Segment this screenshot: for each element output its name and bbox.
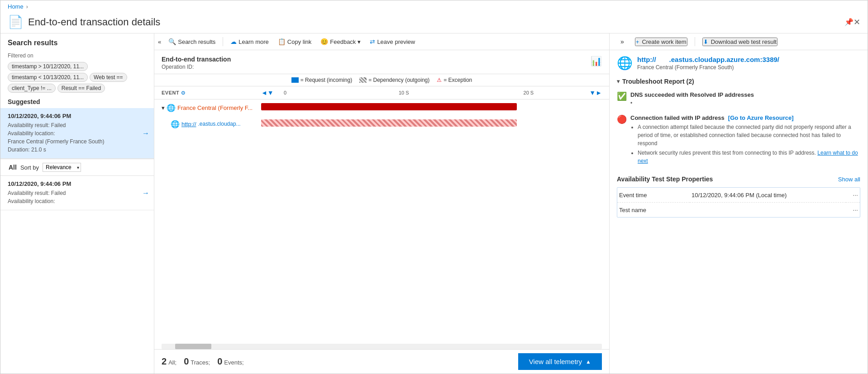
availability-title: Availability Test Step Properties Show a… <box>617 175 860 183</box>
troubleshoot-title[interactable]: ▾ Troubleshoot Report (2) <box>617 78 860 85</box>
collapse-button[interactable]: « <box>156 37 163 47</box>
all-label: All <box>8 164 17 171</box>
show-all-link[interactable]: Show all <box>838 176 860 183</box>
legend-request: = Request (incoming) <box>291 77 352 83</box>
ellipsis-1[interactable]: ··· <box>853 206 858 213</box>
page-icon: 📄 <box>8 14 24 29</box>
prop-table-container: Event time 10/12/2020, 9:44:06 PM (Local… <box>617 187 860 218</box>
chevron-up-icon: ▲ <box>586 359 591 365</box>
learn-more-button[interactable]: ☁ Learn more <box>227 36 272 47</box>
view-all-label: View all telemetry <box>529 358 582 365</box>
feedback-icon: 😊 <box>320 38 328 45</box>
right-toolbar-separator <box>695 37 695 46</box>
legend-request-box <box>291 77 299 83</box>
count-all: 2 All; <box>162 356 176 367</box>
sort-select-wrapper[interactable]: Relevance Date <box>43 163 81 172</box>
filter-chip-0[interactable]: timestamp > 10/12/2020, 11... <box>8 62 88 71</box>
create-work-item-button[interactable]: + Create work item <box>635 38 687 46</box>
time-arrow-right: ► <box>596 89 602 96</box>
bar-1 <box>261 119 517 127</box>
prop-row-0: Event time 10/12/2020, 9:44:06 PM (Local… <box>617 188 860 203</box>
learn-what-link[interactable]: Learn what to do next <box>638 150 858 164</box>
prop-actions-1[interactable]: ··· <box>846 203 860 218</box>
transaction-content: End-to-end transaction Operation ID: 📊 =… <box>154 50 609 374</box>
url-location: France Central (Formerly France South) <box>637 64 779 71</box>
download-web-test-label: Download web test result <box>711 38 777 45</box>
result-time-1: 10/12/2020, 9:44:06 PM <box>8 180 147 187</box>
globe-icon-1: 🌐 <box>171 120 180 128</box>
timeline-row-0: ▾ 🌐 France Central (Formerly F... <box>154 99 609 116</box>
conn-title-text: Connection failed with IP address <box>630 114 725 121</box>
filter-label: Filtered on <box>8 52 147 59</box>
troubleshoot-title-text: Troubleshoot Report (2) <box>622 78 694 85</box>
right-content: 🌐 http:// .eastus.cloudapp.azure.com:338… <box>610 50 868 374</box>
result-detail-0: Availability result: Failed Availability… <box>8 121 147 154</box>
search-results-label: Search results <box>178 38 215 45</box>
prop-actions-0[interactable]: ··· <box>846 188 860 203</box>
search-results-button[interactable]: 🔍 Search results <box>165 36 219 47</box>
prop-val-0: 10/12/2020, 9:44:06 PM (Local time) <box>690 188 846 203</box>
suggested-section-label: Suggested <box>0 95 154 108</box>
home-link[interactable]: Home <box>8 3 24 10</box>
close-button[interactable]: ✕ <box>854 17 860 27</box>
prop-table: Event time 10/12/2020, 9:44:06 PM (Local… <box>617 188 860 217</box>
event-label-0: France Central (Formerly F... <box>177 104 253 111</box>
filter-chip-4[interactable]: Result == Failed <box>57 84 105 93</box>
pin-icon[interactable]: 📌 <box>844 18 854 26</box>
prop-val-1 <box>690 203 846 218</box>
expand-right-button[interactable]: » <box>617 36 628 47</box>
count-traces-label: Traces; <box>191 359 210 366</box>
breadcrumb: Home › <box>0 0 868 13</box>
event-label-sub-1[interactable]: http:// <box>181 121 196 128</box>
time-arrow-left: ◄ <box>261 89 267 96</box>
bottom-bar: 2 All; 0 Traces; 0 Events; View all tele… <box>154 349 609 374</box>
count-all-label: All; <box>168 359 176 366</box>
availability-section: Availability Test Step Properties Show a… <box>617 175 860 218</box>
event-col-header: EVENT ⊙ <box>162 88 261 97</box>
feedback-button[interactable]: 😊 Feedback ▾ <box>317 36 364 47</box>
sort-section: All Sort by Relevance Date <box>0 159 154 176</box>
time-marker-right: ▼ <box>589 89 596 96</box>
filter-chip-1[interactable]: timestamp < 10/13/2020, 11... <box>8 73 88 82</box>
event-sort-icon[interactable]: ⊙ <box>181 90 186 96</box>
leave-preview-button[interactable]: ⇄ Leave preview <box>366 36 419 47</box>
time-col-header: ◄ ▼ 0 10 S 20 S ▼ ► <box>261 88 602 97</box>
expand-icon-0[interactable]: ▾ <box>162 104 165 111</box>
prop-row-1: Test name ··· <box>617 203 860 218</box>
filter-chip-3[interactable]: client_Type != ... <box>8 84 56 93</box>
feedback-chevron: ▾ <box>358 38 361 45</box>
legend-exception-icon: ⚠ <box>437 77 442 83</box>
leave-preview-label: Leave preview <box>377 38 415 45</box>
cloud-icon: ☁ <box>230 38 237 45</box>
view-all-button[interactable]: View all telemetry ▲ <box>518 353 602 370</box>
go-azure-resource-link[interactable]: [Go to Azure Resource] <box>728 114 794 121</box>
globe-icon-0: 🌐 <box>167 104 176 112</box>
copy-link-button[interactable]: 📋 Copy link <box>274 36 315 47</box>
timeline-row-1: 🌐 http:// .eastus.cloudap... <box>154 116 609 132</box>
legend: = Request (incoming) = Dependency (outgo… <box>154 74 609 86</box>
trouble-item-conn: 🔴 Connection failed with IP address [Go … <box>617 113 860 168</box>
url-info: http:// .eastus.cloudapp.azure.com:3389/… <box>637 56 779 71</box>
sort-select[interactable]: Relevance Date <box>43 163 81 172</box>
ellipsis-0[interactable]: ··· <box>853 191 858 199</box>
middle-toolbar: « 🔍 Search results ☁ Learn more 📋 Copy l… <box>154 33 609 50</box>
copy-link-label: Copy link <box>287 38 311 45</box>
transaction-header: End-to-end transaction Operation ID: 📊 <box>154 50 609 74</box>
result-item-1[interactable]: 10/12/2020, 9:44:06 PM Availability resu… <box>0 176 154 210</box>
horizontal-scrollbar[interactable] <box>162 344 602 349</box>
breadcrumb-separator: › <box>26 4 28 10</box>
conn-bullet-0: A connection attempt failed because the … <box>638 123 860 147</box>
bar-cell-1 <box>261 119 602 128</box>
copy-icon: 📋 <box>278 38 286 45</box>
filter-chip-2[interactable]: Web test == <box>90 73 127 82</box>
scrollbar-thumb[interactable] <box>175 344 211 349</box>
page-title: End-to-end transaction details <box>28 16 840 28</box>
trouble-title-dns: DNS succeeded with Resolved IP addresses <box>630 91 860 98</box>
event-sub-text-1: .eastus.cloudap... <box>198 121 241 127</box>
legend-dependency-box <box>359 77 367 83</box>
page-header: 📄 End-to-end transaction details 📌 ✕ <box>0 13 868 33</box>
plus-icon: + <box>636 38 639 45</box>
count-traces: 0 Traces; <box>184 356 210 367</box>
result-item-0[interactable]: 10/12/2020, 9:44:06 PM Availability resu… <box>0 108 154 159</box>
download-web-test-button[interactable]: ⬇ Download web test result <box>702 38 777 46</box>
